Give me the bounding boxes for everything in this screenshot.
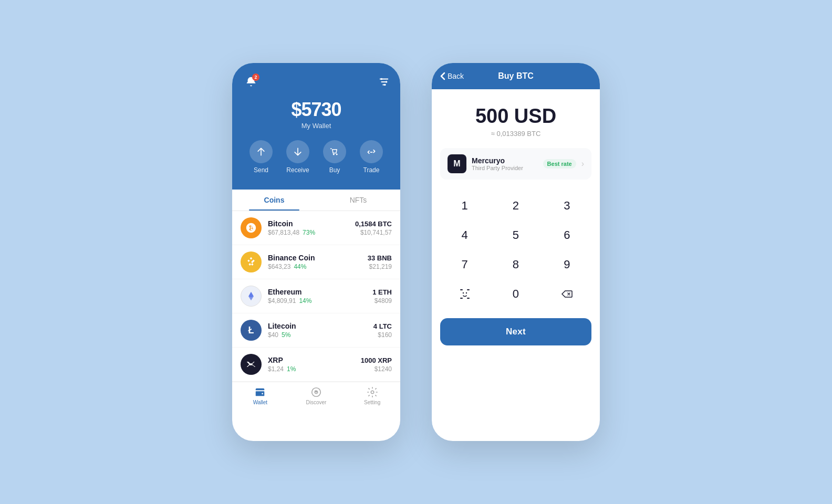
numpad-key-9[interactable]: 9	[543, 251, 591, 278]
receive-icon-circle	[286, 140, 309, 163]
coin-item-xrp[interactable]: XRP $1,24 1% 1000 XRP $1240	[232, 348, 400, 382]
send-label: Send	[254, 166, 268, 174]
back-arrow-icon	[440, 72, 445, 80]
numpad-key-3[interactable]: 3	[543, 192, 591, 219]
provider-chevron-icon: ›	[581, 159, 584, 169]
xrp-price: $1,24	[268, 365, 284, 373]
eth-usd: $4809	[372, 297, 392, 304]
btc-amount: 0,1584 BTC	[355, 220, 392, 228]
nav-wallet[interactable]: Wallet	[232, 386, 288, 405]
svg-point-7	[371, 391, 374, 394]
nav-discover-label: Discover	[306, 400, 327, 405]
numpad-key-8[interactable]: 8	[491, 251, 540, 278]
buy-btc-title: Buy BTC	[498, 71, 534, 81]
eth-amount: 1 ETH	[372, 288, 392, 296]
receive-button[interactable]: Receive	[286, 140, 309, 174]
btc-price-row: $67,813,48 73%	[268, 229, 349, 236]
nav-wallet-label: Wallet	[253, 400, 267, 405]
svg-point-12	[462, 292, 463, 293]
nav-settings[interactable]: Setting	[344, 386, 400, 405]
btc-change: 73%	[303, 229, 315, 236]
header-icons: 2	[243, 74, 390, 90]
ltc-price-row: $40 5%	[268, 331, 367, 339]
bnb-usd: $21,219	[368, 263, 392, 270]
xrp-price-row: $1,24 1%	[268, 365, 355, 373]
svg-point-13	[465, 292, 466, 293]
xrp-value: 1000 XRP $1240	[361, 356, 392, 373]
numpad-key-5[interactable]: 5	[491, 222, 540, 249]
coin-item-bnb[interactable]: Binance Coin $643,23 44% 33 BNB $21,219	[232, 245, 400, 279]
svg-point-0	[381, 78, 383, 80]
buy-amount-section: 500 USD ≈ 0,013389 BTC	[432, 89, 600, 148]
numpad-key-delete[interactable]	[543, 280, 591, 308]
filter-icon[interactable]	[378, 76, 390, 88]
buy-header: Back Buy BTC	[432, 63, 600, 89]
bnb-value: 33 BNB $21,219	[368, 254, 392, 270]
provider-card[interactable]: M Mercuryo Third Party Provider Best rat…	[440, 148, 591, 180]
delete-icon	[560, 289, 573, 299]
coin-list: Bitcoin $67,813,48 73% 0,1584 BTC $10,74…	[232, 211, 400, 382]
numpad-key-faceid[interactable]	[440, 280, 489, 308]
provider-name: Mercuryo	[472, 156, 538, 165]
numpad-key-1[interactable]: 1	[440, 192, 489, 219]
btc-price: $67,813,48	[268, 229, 299, 236]
ltc-name: Litecoin	[268, 322, 367, 330]
bottom-nav: Wallet Discover Setting	[232, 382, 400, 412]
bnb-info: Binance Coin $643,23 44%	[268, 254, 361, 270]
next-button[interactable]: Next	[440, 318, 591, 345]
svg-point-2	[384, 84, 386, 86]
xrp-amount: 1000 XRP	[361, 356, 392, 364]
notification-bell[interactable]: 2	[243, 74, 259, 90]
trade-button[interactable]: Trade	[360, 140, 383, 174]
numpad-key-4[interactable]: 4	[440, 222, 489, 249]
trade-label: Trade	[363, 166, 380, 174]
provider-badge: Best rate	[543, 159, 576, 169]
xrp-info: XRP $1,24 1%	[268, 356, 355, 373]
ltc-change: 5%	[282, 331, 290, 339]
btc-logo	[241, 217, 262, 238]
eth-name: Ethereum	[268, 288, 366, 296]
numpad: 1 2 3 4 5 6 7 8 9	[432, 188, 600, 312]
provider-subtitle: Third Party Provider	[472, 165, 538, 171]
buy-button[interactable]: Buy	[323, 140, 346, 174]
svg-point-4	[262, 393, 264, 394]
numpad-key-7[interactable]: 7	[440, 251, 489, 278]
eth-info: Ethereum $4,809,91 14%	[268, 288, 366, 304]
xrp-change: 1%	[287, 365, 296, 373]
balance-amount: $5730	[243, 99, 390, 121]
bnb-name: Binance Coin	[268, 254, 361, 262]
trade-icon-circle	[360, 140, 383, 163]
ltc-info: Litecoin $40 5%	[268, 322, 367, 339]
ltc-usd: $160	[373, 331, 392, 339]
tab-nfts[interactable]: NFTs	[316, 190, 400, 211]
numpad-key-6[interactable]: 6	[543, 222, 591, 249]
coin-item-eth[interactable]: Ethereum $4,809,91 14% 1 ETH $4809	[232, 279, 400, 313]
tab-coins[interactable]: Coins	[232, 190, 316, 211]
numpad-key-2[interactable]: 2	[491, 192, 540, 219]
nav-discover[interactable]: Discover	[288, 386, 345, 405]
ltc-amount: 4 LTC	[373, 322, 392, 330]
bnb-change: 44%	[294, 263, 306, 270]
xrp-name: XRP	[268, 356, 355, 364]
btc-value: 0,1584 BTC $10,741,57	[355, 220, 392, 236]
wallet-nav-icon	[254, 386, 266, 398]
numpad-key-0[interactable]: 0	[491, 280, 540, 308]
back-button[interactable]: Back	[440, 72, 464, 80]
buy-btc-phone: Back Buy BTC 500 USD ≈ 0,013389 BTC M Me…	[432, 63, 600, 441]
provider-logo: M	[448, 154, 466, 173]
bnb-amount: 33 BNB	[368, 254, 392, 262]
coin-item-ltc[interactable]: Ł Litecoin $40 5% 4 LTC $160	[232, 313, 400, 348]
bnb-logo	[241, 251, 262, 272]
send-button[interactable]: Send	[249, 140, 273, 174]
svg-point-1	[386, 81, 388, 83]
buy-icon-circle	[323, 140, 346, 163]
discover-nav-icon	[310, 386, 322, 398]
svg-rect-11	[467, 298, 470, 299]
svg-rect-8	[460, 289, 463, 290]
ltc-logo: Ł	[241, 320, 262, 341]
nav-settings-label: Setting	[364, 400, 380, 405]
settings-nav-icon	[367, 386, 378, 398]
coin-item-btc[interactable]: Bitcoin $67,813,48 73% 0,1584 BTC $10,74…	[232, 211, 400, 245]
svg-rect-10	[460, 298, 463, 299]
eth-change: 14%	[299, 297, 311, 304]
